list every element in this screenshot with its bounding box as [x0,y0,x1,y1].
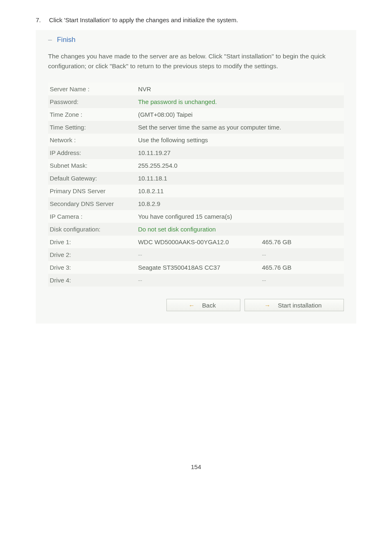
table-row: Time Setting: Set the server time the sa… [48,121,344,134]
summary-table: Server Name : NVR Password: The password… [48,83,344,287]
drive1-model: WDC WD5000AAKS-00YGA12.0 [136,236,261,248]
ip-value: 10.11.19.27 [136,146,344,159]
table-row: Default Gateway: 10.11.18.1 [48,172,344,185]
back-button-label: Back [202,302,216,309]
gateway-label: Default Gateway: [48,172,136,185]
timezone-value: (GMT+08:00) Taipei [136,108,344,121]
disk-label: Disk configuration: [48,223,136,236]
instruction-number: 7. [36,16,47,23]
finish-header-label: Finish [57,36,75,44]
password-value: The password is unchanged. [136,95,344,108]
table-row: IP Camera : You have configured 15 camer… [48,210,344,223]
table-row: Password: The password is unchanged. [48,95,344,108]
network-value: Use the following settings [136,134,344,146]
ipcam-label: IP Camera : [48,210,136,223]
drive2-model: -- [136,248,261,261]
button-row: ← Back → Start installation [48,299,344,311]
subnet-value: 255.255.254.0 [136,159,344,172]
instruction-line: 7. Click 'Start Installation' to apply t… [36,16,356,23]
arrow-left-icon: ← [189,302,195,308]
table-row: Drive 4: -- -- [48,274,344,287]
table-row: Drive 3: Seagate ST3500418AS CC37 465.76… [48,261,344,274]
table-row: Drive 1: WDC WD5000AAKS-00YGA12.0 465.76… [48,236,344,248]
start-button-label: Start installation [278,302,322,309]
dns2-label: Secondary DNS Server [48,197,136,210]
server-name-value: NVR [136,83,344,95]
drive4-size: -- [261,274,344,287]
server-name-label: Server Name : [48,83,136,95]
arrow-right-icon: → [264,302,270,308]
drive3-size: 465.76 GB [261,261,344,274]
network-label: Network : [48,134,136,146]
table-row: Time Zone : (GMT+08:00) Taipei [48,108,344,121]
drive1-size: 465.76 GB [261,236,344,248]
table-row: Secondary DNS Server 10.8.2.9 [48,197,344,210]
page-number: 154 [36,463,356,470]
instruction-text: Click 'Start Installation' to apply the … [49,16,238,23]
back-button[interactable]: ← Back [166,299,240,311]
timezone-label: Time Zone : [48,108,136,121]
finish-header: – Finish [48,36,344,44]
drive2-size: -- [261,248,344,261]
start-installation-button[interactable]: → Start installation [244,299,344,311]
drive1-label: Drive 1: [48,236,136,248]
drive3-label: Drive 3: [48,261,136,274]
ip-label: IP Address: [48,146,136,159]
gateway-value: 10.11.18.1 [136,172,344,185]
drive2-label: Drive 2: [48,248,136,261]
finish-panel: – Finish The changes you have made to th… [36,30,356,324]
drive3-model: Seagate ST3500418AS CC37 [136,261,261,274]
drive4-label: Drive 4: [48,274,136,287]
table-row: Subnet Mask: 255.255.254.0 [48,159,344,172]
table-row: IP Address: 10.11.19.27 [48,146,344,159]
subnet-label: Subnet Mask: [48,159,136,172]
dns1-label: Primary DNS Server [48,185,136,197]
disk-value: Do not set disk configuration [136,223,344,236]
table-row: Drive 2: -- -- [48,248,344,261]
dns1-value: 10.8.2.11 [136,185,344,197]
intro-paragraph: The changes you have made to the server … [48,51,344,71]
collapse-dash-icon: – [48,36,52,44]
table-row: Server Name : NVR [48,83,344,95]
timesetting-value: Set the server time the same as your com… [136,121,344,134]
password-label: Password: [48,95,136,108]
timesetting-label: Time Setting: [48,121,136,134]
table-row: Network : Use the following settings [48,134,344,146]
dns2-value: 10.8.2.9 [136,197,344,210]
drive4-model: -- [136,274,261,287]
table-row: Disk configuration: Do not set disk conf… [48,223,344,236]
ipcam-value: You have configured 15 camera(s) [136,210,344,223]
table-row: Primary DNS Server 10.8.2.11 [48,185,344,197]
